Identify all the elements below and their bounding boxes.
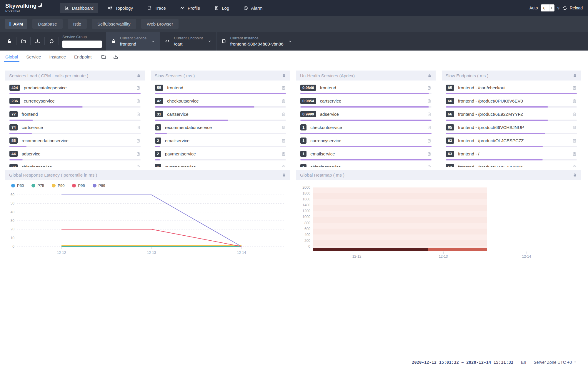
nav-item-label: Alarm: [251, 6, 262, 11]
lock-template-button[interactable]: [6, 38, 12, 44]
layer-tab-apm[interactable]: APM: [5, 19, 27, 29]
legend-item-p95[interactable]: P95: [72, 183, 85, 188]
nav-item-log[interactable]: Log: [210, 3, 234, 13]
time-range-picker[interactable]: 2020-12-12 15:01:32 ~ 2020-12-14 15:31:3…: [412, 360, 514, 365]
item-name: frontend: [320, 85, 336, 90]
clipboard-icon[interactable]: [281, 152, 286, 156]
nav-item-topology[interactable]: Topology: [103, 3, 137, 13]
clipboard-icon[interactable]: [136, 112, 141, 117]
legend-item-p75[interactable]: P75: [31, 183, 44, 188]
lock-icon[interactable]: [573, 73, 577, 78]
clipboard-icon[interactable]: [572, 99, 577, 103]
clipboard-icon[interactable]: [572, 165, 577, 167]
item-name: currencyservice: [24, 98, 55, 103]
list-item: 31 cartservice: [155, 108, 286, 121]
clipboard-icon[interactable]: [281, 138, 286, 143]
clipboard-icon[interactable]: [427, 99, 432, 103]
list-item: 65 frontend - /product/66VCHSJNUP: [446, 121, 577, 134]
legend-label: P50: [17, 183, 24, 188]
clipboard-icon[interactable]: [136, 86, 141, 90]
clipboard-icon[interactable]: [427, 125, 432, 130]
layer-tab-web-browser[interactable]: Web Browser: [141, 19, 179, 29]
stepper-arrows-icon[interactable]: [549, 4, 554, 11]
layer-tab-database[interactable]: Database: [32, 19, 62, 29]
clipboard-icon[interactable]: [427, 138, 432, 143]
clipboard-icon[interactable]: [572, 112, 577, 117]
clipboard-icon[interactable]: [136, 152, 141, 156]
export-template-button[interactable]: [35, 38, 40, 44]
layer-tab-label: SelfObservability: [97, 21, 131, 26]
value-badge: 66: [446, 98, 454, 104]
value-badge: 65: [446, 124, 454, 130]
nav-item-dashboard[interactable]: Dashboard: [60, 3, 98, 13]
reload-icon: [562, 6, 567, 11]
language-switcher[interactable]: En: [521, 360, 526, 365]
tab-endpoint[interactable]: Endpoint: [74, 51, 91, 63]
clipboard-icon[interactable]: [427, 152, 432, 156]
current-service-selector[interactable]: Current Service frontend: [106, 32, 160, 51]
nav-item-trace[interactable]: Trace: [143, 3, 170, 13]
value-badge: 63: [446, 164, 454, 167]
clipboard-icon[interactable]: [572, 125, 577, 130]
lock-icon[interactable]: [282, 173, 286, 177]
lock-icon[interactable]: [573, 173, 577, 177]
folder-icon[interactable]: [101, 54, 106, 60]
clipboard-icon[interactable]: [281, 112, 286, 117]
tab-global[interactable]: Global: [5, 51, 18, 63]
clipboard-icon[interactable]: [136, 99, 141, 103]
value-badge: 31: [155, 111, 163, 117]
layer-tab-istio[interactable]: Istio: [68, 19, 87, 29]
nav-item-alarm[interactable]: Alarm: [239, 3, 267, 13]
item-name: currencyservice: [165, 165, 196, 167]
current-instance-selector[interactable]: Current Instance frontend-988494b89-vbn8…: [216, 32, 297, 51]
auto-interval-value[interactable]: [541, 6, 549, 10]
layer-tabs-row: APM Database Istio SelfObservability Web…: [0, 16, 588, 32]
clipboard-icon[interactable]: [281, 99, 286, 103]
clipboard-icon[interactable]: [136, 165, 141, 167]
clipboard-icon[interactable]: [281, 165, 286, 167]
chart-panels: Global Response Latency ( percentile in …: [5, 170, 581, 262]
x-axis-label: 12-13: [439, 254, 448, 259]
heatmap-plot-area: [313, 187, 487, 251]
lock-icon[interactable]: [427, 73, 432, 78]
panel-title: Services Load ( CPM - calls per minute ): [9, 73, 88, 78]
chevron-down-icon: [208, 39, 211, 43]
nav-item-profile[interactable]: Profile: [176, 3, 205, 13]
lock-icon[interactable]: [136, 73, 141, 78]
reload-button[interactable]: Reload: [562, 6, 583, 11]
clipboard-icon[interactable]: [572, 138, 577, 143]
clipboard-icon[interactable]: [572, 86, 577, 90]
tab-instance[interactable]: Instance: [49, 51, 66, 63]
layer-tab-selfobservability[interactable]: SelfObservability: [92, 19, 136, 29]
legend-dot: [52, 184, 56, 187]
clipboard-icon[interactable]: [427, 165, 432, 167]
y-axis-label: 2000: [302, 185, 310, 190]
legend-item-p50[interactable]: P50: [11, 183, 24, 188]
clipboard-icon[interactable]: [572, 152, 577, 156]
value-badge: 2: [155, 138, 161, 144]
service-group-input[interactable]: [62, 41, 102, 48]
value-badge: 424: [9, 85, 20, 91]
item-name: recommendationservice: [21, 138, 68, 143]
clipboard-icon[interactable]: [281, 86, 286, 90]
auto-interval-input[interactable]: [541, 4, 554, 11]
scope-tabs-row: GlobalServiceInstanceEndpoint: [0, 51, 588, 63]
import-template-button[interactable]: [21, 38, 26, 44]
legend-dot: [93, 184, 96, 187]
current-endpoint-selector[interactable]: Current Endpoint /cart: [160, 32, 216, 51]
divider: [44, 37, 45, 45]
stepper-arrows-icon[interactable]: [573, 360, 577, 365]
refresh-template-button[interactable]: [49, 38, 54, 44]
y-axis-label: 1400: [302, 203, 310, 207]
tab-service[interactable]: Service: [26, 51, 41, 63]
clipboard-icon[interactable]: [136, 125, 141, 130]
lock-icon[interactable]: [282, 73, 286, 78]
legend-item-p90[interactable]: P90: [52, 183, 64, 188]
clipboard-icon[interactable]: [427, 112, 432, 117]
clipboard-icon[interactable]: [427, 86, 432, 90]
clipboard-icon[interactable]: [136, 138, 141, 143]
list-item: 85 frontend - /cart/checkout: [446, 81, 577, 94]
download-icon[interactable]: [113, 54, 119, 60]
clipboard-icon[interactable]: [281, 125, 286, 130]
legend-item-p99[interactable]: P99: [93, 183, 105, 188]
